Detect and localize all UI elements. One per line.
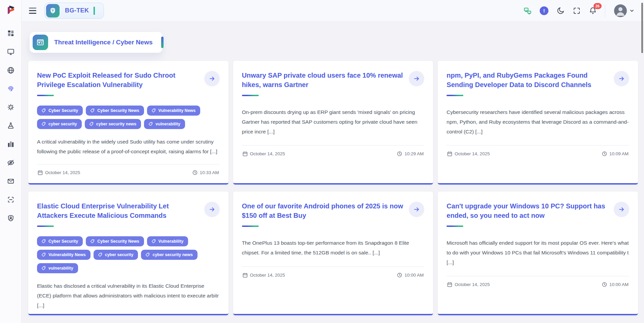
open-article-button[interactable]	[614, 202, 629, 217]
news-excerpt: Elastic has disclosed a critical vulnera…	[37, 281, 220, 310]
news-card[interactable]: Can't upgrade your Windows 10 PC? Suppor…	[438, 192, 638, 315]
user-menu[interactable]	[605, 4, 634, 17]
open-article-button[interactable]	[614, 71, 629, 86]
brand-name: BG-TEK	[65, 7, 89, 14]
analytics-columns-icon[interactable]	[7, 140, 14, 148]
news-title[interactable]: New PoC Exploit Released for Sudo Chroot…	[37, 71, 199, 89]
shield-user-icon[interactable]	[7, 214, 14, 222]
title-accent	[446, 226, 463, 227]
fingerprint-icon[interactable]	[7, 85, 14, 92]
card-footer: October 14, 2025 10:29 AM	[242, 146, 425, 162]
title-accent	[446, 95, 463, 96]
news-title[interactable]: npm, PyPI, and RubyGems Packages Found S…	[446, 71, 608, 89]
news-title[interactable]: Can't upgrade your Windows 10 PC? Suppor…	[446, 202, 608, 220]
news-card[interactable]: One of our favorite Android phones of 20…	[233, 192, 433, 315]
news-title[interactable]: Elastic Cloud Enterprise Vulnerability L…	[37, 202, 199, 220]
tag-pill[interactable]: Vulnerability	[147, 236, 188, 246]
news-card[interactable]: npm, PyPI, and RubyGems Packages Found S…	[438, 61, 638, 185]
news-title[interactable]: One of our favorite Android phones of 20…	[242, 202, 404, 220]
right-pane: BG-TEK !	[22, 0, 644, 323]
banner-accent-bar	[161, 37, 164, 48]
published-time: 10:33 AM	[192, 170, 219, 175]
title-accent	[242, 95, 259, 96]
top-header: BG-TEK !	[22, 0, 644, 22]
news-excerpt: The OnePlus 13 boasts top-tier performan…	[242, 238, 425, 257]
news-excerpt: Microsoft has officially ended support f…	[446, 238, 629, 267]
tag-pill[interactable]: vulnerability	[37, 263, 78, 273]
tag-pill[interactable]: Vulnerability News	[147, 106, 201, 116]
sidebar	[0, 0, 22, 323]
news-excerpt: On-prem discounts drying up as ERP giant…	[242, 108, 425, 136]
menu-toggle-icon[interactable]	[29, 8, 36, 14]
user-avatar	[614, 4, 627, 17]
title-accent	[242, 226, 259, 227]
published-date: October 14, 2025	[38, 170, 80, 175]
open-article-button[interactable]	[409, 202, 424, 217]
open-article-button[interactable]	[204, 71, 220, 86]
card-footer: October 14, 2025 10:00 AM	[242, 267, 425, 283]
page-title: Threat Intelligence / Cyber News	[54, 39, 152, 46]
tag-pill[interactable]: cyber security	[94, 250, 138, 260]
brand-shield-icon	[46, 4, 60, 17]
open-article-button[interactable]	[204, 202, 220, 217]
published-date: October 14, 2025	[243, 273, 285, 278]
sidebar-menu	[7, 30, 14, 222]
news-card[interactable]: New PoC Exploit Released for Sudo Chroot…	[28, 61, 228, 185]
published-date: October 14, 2025	[447, 282, 490, 287]
virus-icon[interactable]	[7, 104, 14, 111]
news-grid: New PoC Exploit Released for Sudo Chroot…	[22, 53, 644, 315]
brand-badge[interactable]: BG-TEK	[44, 3, 104, 19]
tag-pill[interactable]: Cyber Security News	[86, 236, 144, 246]
news-card[interactable]: Elastic Cloud Enterprise Vulnerability L…	[28, 192, 228, 315]
published-time: 10:09 AM	[602, 151, 629, 156]
app-logo[interactable]	[5, 4, 17, 16]
published-time: 10:29 AM	[397, 151, 424, 156]
remote-devices-icon[interactable]	[524, 7, 532, 15]
tag-pill[interactable]: vulnerability	[144, 119, 185, 129]
globe-icon[interactable]	[7, 67, 14, 74]
notification-count-badge: 26	[594, 3, 602, 9]
mail-icon[interactable]	[7, 177, 14, 185]
chevron-down-icon	[630, 9, 634, 13]
published-time: 10:00 AM	[397, 273, 424, 278]
notifications-bell-icon[interactable]: 26	[589, 7, 597, 15]
tag-pill[interactable]: cyber security	[37, 119, 82, 129]
header-actions: ! 26	[524, 4, 634, 17]
news-card[interactable]: Unwary SAP private cloud users face 10% …	[233, 61, 433, 185]
tag-pill[interactable]: Cyber Security News	[86, 106, 144, 116]
vertical-scrollbar[interactable]	[641, 3, 643, 53]
page-title-banner: Threat Intelligence / Cyber News	[30, 32, 163, 53]
news-excerpt: Cybersecurity researchers have identifie…	[446, 108, 629, 136]
main-content: Threat Intelligence / Cyber News New PoC…	[22, 22, 644, 323]
tag-list: Cyber Security Cyber Security News Vulne…	[37, 106, 220, 129]
tag-pill[interactable]: Vulnerability News	[37, 250, 91, 260]
newspaper-icon	[33, 35, 48, 50]
title-accent	[37, 95, 54, 96]
eye-off-icon[interactable]	[7, 159, 14, 166]
card-footer: October 14, 2025 10:33 AM	[37, 164, 220, 181]
tag-list: Cyber Security Cyber Security News Vulne…	[37, 236, 220, 273]
tag-pill[interactable]: cyber security news	[85, 119, 141, 129]
tag-pill[interactable]: Cyber Security	[37, 106, 83, 116]
published-time: 10:00 AM	[602, 282, 629, 287]
card-footer: October 14, 2025 10:00 AM	[446, 276, 629, 293]
tag-pill[interactable]: cyber security news	[141, 250, 198, 260]
news-excerpt: A critical vulnerability in the widely u…	[37, 137, 220, 156]
tag-pill[interactable]: Cyber Security	[37, 236, 83, 246]
typing-cursor	[94, 7, 95, 15]
card-footer: October 14, 2025 10:09 AM	[446, 146, 629, 162]
title-accent	[37, 226, 54, 227]
open-article-button[interactable]	[409, 71, 424, 86]
published-date: October 14, 2025	[243, 151, 285, 156]
dark-mode-moon-icon[interactable]	[557, 7, 565, 15]
alert-circle-icon[interactable]: !	[540, 6, 548, 15]
scan-icon[interactable]	[7, 196, 14, 203]
published-date: October 14, 2025	[447, 151, 490, 156]
news-title[interactable]: Unwary SAP private cloud users face 10% …	[242, 71, 404, 89]
app-root: BG-TEK !	[0, 0, 644, 323]
flask-icon[interactable]	[7, 122, 14, 129]
dashboard-icon[interactable]	[7, 30, 14, 37]
fullscreen-icon[interactable]	[573, 7, 581, 15]
monitor-icon[interactable]	[7, 48, 14, 55]
